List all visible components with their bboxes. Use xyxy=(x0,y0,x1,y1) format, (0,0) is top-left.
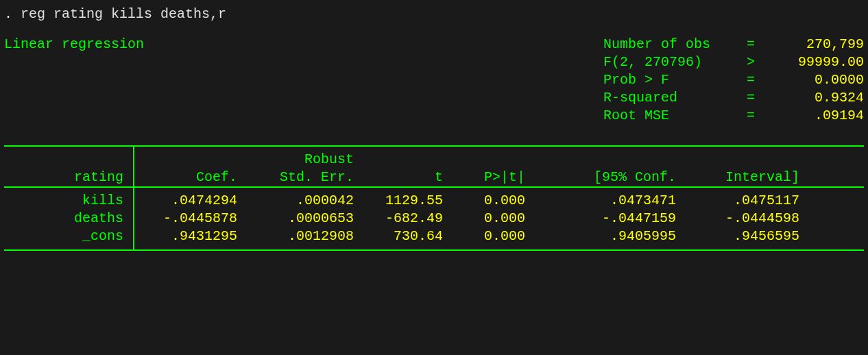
hdr-blank xyxy=(361,147,450,169)
hdr-blank xyxy=(4,147,134,169)
hdr-ci-lo: [95% Conf. xyxy=(532,169,683,186)
hdr-robust: Robust xyxy=(244,147,361,169)
row-se: .0000653 xyxy=(244,210,361,228)
row-ci-hi: .0475117 xyxy=(683,192,806,210)
table-spacer xyxy=(4,245,864,249)
row-name: kills xyxy=(4,192,134,210)
table-row: deaths -.0445878 .0000653 -682.49 0.000 … xyxy=(4,210,864,228)
hdr-blank xyxy=(450,147,532,169)
row-p: 0.000 xyxy=(450,192,532,210)
stat-op: = xyxy=(734,107,768,125)
table-header: rating Coef. Std. Err. t P>|t| [95% Conf… xyxy=(4,169,864,186)
stat-op: = xyxy=(734,71,768,89)
regression-title: Linear regression xyxy=(4,36,144,125)
hdr-depvar: rating xyxy=(4,169,134,186)
stat-value: 0.0000 xyxy=(768,71,864,89)
row-coef: -.0445878 xyxy=(134,210,244,228)
hdr-coef: Coef. xyxy=(134,169,244,186)
hdr-se: Std. Err. xyxy=(244,169,361,186)
stat-label: Root MSE xyxy=(603,107,734,125)
hdr-p: P>|t| xyxy=(450,169,532,186)
coefficients-table: Robust rating Coef. Std. Err. t P>|t| [9… xyxy=(4,145,864,251)
table-row: _cons .9431295 .0012908 730.64 0.000 .94… xyxy=(4,228,864,245)
stat-value: 270,799 xyxy=(768,36,864,53)
hdr-ci-hi: Interval] xyxy=(683,169,806,186)
hdr-blank xyxy=(683,147,806,169)
row-p: 0.000 xyxy=(450,228,532,245)
stata-output: . reg rating kills deaths,r Linear regre… xyxy=(0,0,868,251)
row-coef: .0474294 xyxy=(134,192,244,210)
stat-value: 0.9324 xyxy=(768,89,864,107)
hdr-blank xyxy=(134,147,244,169)
stat-label: Number of obs xyxy=(603,36,734,53)
command-line: . reg rating kills deaths,r xyxy=(4,5,864,23)
regression-header: Linear regression Number of obs = 270,79… xyxy=(4,36,864,125)
stat-label: Prob > F xyxy=(603,71,734,89)
table-row: kills .0474294 .000042 1129.55 0.000 .04… xyxy=(4,192,864,210)
table-header-robust: Robust xyxy=(4,147,864,169)
row-ci-hi: -.0444598 xyxy=(683,210,806,228)
hdr-blank xyxy=(532,147,683,169)
stat-label: F(2, 270796) xyxy=(603,53,734,71)
row-name: deaths xyxy=(4,210,134,228)
row-name: _cons xyxy=(4,228,134,245)
hdr-t: t xyxy=(361,169,450,186)
row-p: 0.000 xyxy=(450,210,532,228)
stat-value: .09194 xyxy=(768,107,864,125)
table-rule-bottom xyxy=(4,249,864,251)
row-ci-lo: -.0447159 xyxy=(532,210,683,228)
row-ci-lo: .0473471 xyxy=(532,192,683,210)
fit-statistics: Number of obs = 270,799 F(2, 270796) > 9… xyxy=(603,36,864,125)
row-coef: .9431295 xyxy=(134,228,244,245)
stat-op: = xyxy=(734,89,768,107)
stat-op: = xyxy=(734,36,768,53)
row-se: .000042 xyxy=(244,192,361,210)
row-se: .0012908 xyxy=(244,228,361,245)
stat-value: 99999.00 xyxy=(768,53,864,71)
stat-label: R-squared xyxy=(603,89,734,107)
row-ci-lo: .9405995 xyxy=(532,228,683,245)
stat-op: > xyxy=(734,53,768,71)
row-t: 1129.55 xyxy=(361,192,450,210)
row-ci-hi: .9456595 xyxy=(683,228,806,245)
row-t: -682.49 xyxy=(361,210,450,228)
row-t: 730.64 xyxy=(361,228,450,245)
